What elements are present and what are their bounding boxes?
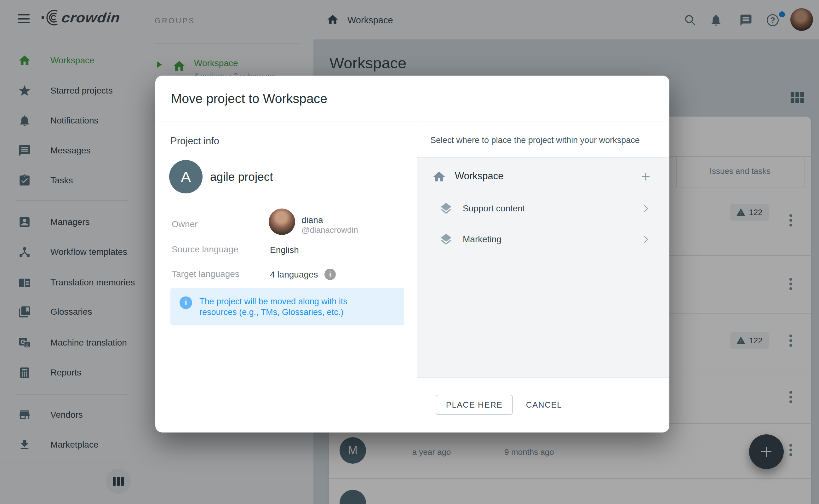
place-here-button[interactable]: PLACE HERE: [436, 395, 513, 415]
info-icon: i: [180, 296, 192, 309]
cancel-button[interactable]: CANCEL: [522, 395, 566, 415]
target-languages-value: 4 languages: [270, 270, 318, 280]
cancel-label: CANCEL: [526, 400, 562, 410]
info-glyph: i: [185, 298, 187, 307]
owner-handle: @dianacrowdin: [301, 225, 358, 235]
project-info-title: Project info: [170, 135, 219, 147]
tree-item-label: Support content: [463, 203, 525, 214]
home-icon: [432, 170, 446, 184]
add-group-plus-icon[interactable]: [640, 171, 651, 182]
placement-prompt: Select where to place the project within…: [430, 135, 640, 145]
layers-icon: [439, 202, 453, 215]
info-glyph: i: [329, 270, 331, 278]
layers-icon: [439, 232, 453, 246]
avatar-letter: A: [181, 168, 191, 186]
source-language-label: Source language: [172, 244, 238, 255]
project-name: agile project: [210, 170, 273, 184]
modal-divider: [155, 122, 669, 122]
tree-item-marketing[interactable]: [417, 226, 669, 255]
chevron-right-icon[interactable]: [641, 204, 650, 213]
target-languages-label: Target languages: [172, 269, 239, 279]
source-language-value: English: [270, 245, 299, 255]
info-icon[interactable]: i: [324, 269, 336, 280]
move-project-modal: Move project to Workspace Project info A…: [155, 76, 669, 432]
note-text-line2: resources (e.g., TMs, Glossaries, etc.): [199, 307, 343, 318]
note-text-line1: The project will be moved along with its: [199, 296, 347, 307]
place-here-label: PLACE HERE: [446, 400, 503, 410]
tree-item-label: Workspace: [455, 170, 504, 182]
tree-item-support-content[interactable]: [417, 195, 669, 224]
modal-title: Move project to Workspace: [171, 76, 327, 122]
chevron-right-icon[interactable]: [641, 235, 650, 244]
placement-tree: Workspace Support content Marketing: [417, 158, 669, 377]
crowdin-app: crowdin Workspace Starred projects Notif…: [0, 0, 819, 504]
owner-label: Owner: [172, 219, 198, 229]
owner-avatar: [269, 209, 295, 235]
owner-name: diana: [301, 215, 323, 225]
project-avatar: A: [169, 160, 203, 193]
tree-item-label: Marketing: [463, 234, 501, 244]
modal-divider: [417, 377, 669, 378]
